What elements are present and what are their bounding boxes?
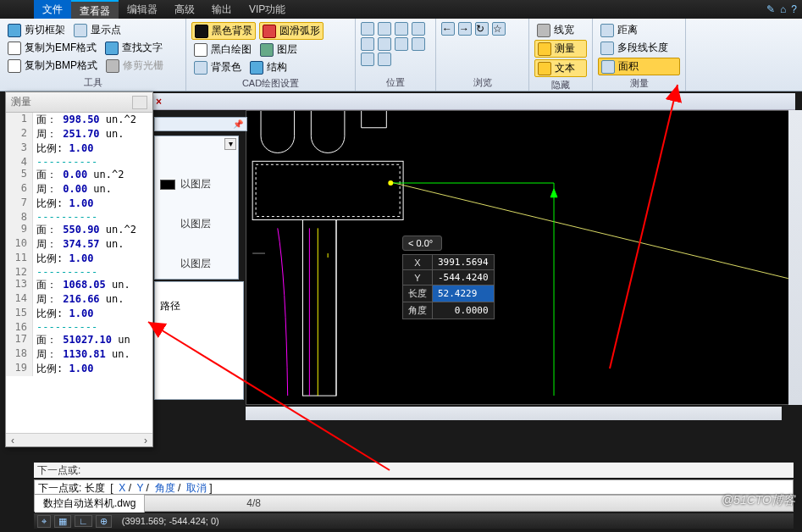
- label: 背景色: [211, 60, 241, 75]
- label: 黑白绘图: [211, 42, 252, 57]
- scroll-left-icon[interactable]: ‹: [6, 435, 19, 446]
- menu-file[interactable]: 文件: [34, 0, 71, 19]
- panel-close-button[interactable]: [132, 96, 147, 109]
- menu-tab-advanced[interactable]: 高级: [166, 0, 203, 19]
- home-icon[interactable]: ⌂: [780, 3, 786, 15]
- pos-icon-7[interactable]: [395, 37, 408, 51]
- area-button[interactable]: 面积: [598, 58, 680, 75]
- pos-icon-2[interactable]: [378, 22, 391, 36]
- layers-button[interactable]: 图层: [257, 42, 300, 58]
- group-label-browse: 浏览: [441, 75, 523, 89]
- coord-value[interactable]: 0.0000: [433, 302, 495, 319]
- doc-tab[interactable]: 数控自动送料机.dwg: [35, 495, 145, 513]
- label: 结构: [267, 60, 287, 75]
- label: 测量: [555, 42, 575, 56]
- nav-reload-icon[interactable]: ↻: [475, 22, 489, 36]
- pos-icon-9[interactable]: [361, 53, 374, 66]
- crop-frame-button[interactable]: 剪切框架: [5, 22, 68, 38]
- show-points-button[interactable]: 显示点: [71, 22, 124, 38]
- snap-icon[interactable]: ⌖: [37, 515, 51, 528]
- cmd-link-x[interactable]: X: [119, 482, 125, 494]
- layer-row-label: 以图层: [180, 177, 211, 191]
- style-icon[interactable]: ✎: [766, 3, 775, 15]
- drawing-canvas[interactable]: [246, 110, 795, 405]
- label: 复制为EMF格式: [25, 41, 97, 55]
- coord-value[interactable]: 3991.5694: [433, 255, 495, 270]
- find-text-button[interactable]: 查找文字: [102, 40, 165, 56]
- pos-icon-10[interactable]: [378, 53, 391, 66]
- pos-icon-6[interactable]: [378, 37, 391, 51]
- text-toggle-button[interactable]: 文本: [534, 59, 587, 77]
- status-bar: ⌖ ▦ ∟ ⊕ (3991.569; -544.424; 0): [34, 513, 794, 529]
- help-icon[interactable]: ?: [791, 3, 797, 15]
- pos-icon-4[interactable]: [412, 22, 425, 36]
- canvas-hscroll[interactable]: [246, 407, 782, 420]
- label: 复制为BMP格式: [25, 58, 97, 73]
- menu-tab-editor[interactable]: 编辑器: [119, 0, 166, 19]
- group-label-hide: 隐藏: [534, 77, 587, 91]
- nav-right-icon[interactable]: →: [458, 22, 472, 36]
- pos-icon-8[interactable]: [412, 37, 425, 51]
- menu-tab-viewer[interactable]: 查看器: [71, 0, 119, 19]
- pos-icon-1[interactable]: [361, 22, 374, 36]
- group-label-cad: CAD绘图设置: [191, 75, 350, 90]
- coord-value[interactable]: 52.4229: [433, 285, 495, 302]
- copy-emf-button[interactable]: 复制为EMF格式: [5, 40, 99, 56]
- nav-new-icon[interactable]: ☆: [492, 22, 506, 36]
- cmd-link-cancel[interactable]: 取消: [186, 482, 207, 494]
- panel-hscroll[interactable]: ‹ ›: [6, 433, 152, 446]
- label: 修剪光栅: [123, 58, 163, 73]
- distance-button[interactable]: 距离: [598, 22, 680, 38]
- pos-icon-5[interactable]: [361, 37, 374, 51]
- pos-icon-3[interactable]: [395, 22, 408, 36]
- watermark: @51CTO博客: [722, 493, 795, 508]
- panel-body[interactable]: 1面： 998.50 un.^22周： 251.70 un.3比例: 1.004…: [6, 113, 152, 433]
- command-history: 下一点或:: [34, 463, 794, 478]
- label: 黑色背景: [212, 24, 252, 38]
- lineweight-button[interactable]: 线宽: [534, 22, 587, 38]
- measure-toggle-button[interactable]: 测量: [534, 40, 587, 58]
- layer-row-label: 以图层: [180, 257, 211, 271]
- coord-value[interactable]: -544.4240: [433, 270, 495, 285]
- close-doc-icon[interactable]: ×: [156, 96, 162, 108]
- cmd-link-y[interactable]: Y: [136, 482, 143, 494]
- pin-icon[interactable]: 📌: [233, 119, 243, 129]
- label: 文本: [555, 61, 575, 75]
- bg-color-button[interactable]: 背景色: [191, 59, 244, 75]
- layer-row-label: 以图层: [180, 217, 211, 231]
- label: 距离: [617, 23, 638, 37]
- label: 面积: [618, 59, 639, 74]
- properties-panel: ▾ 以图层 以图层 以图层: [154, 136, 239, 280]
- nav-left-icon[interactable]: ←: [441, 22, 455, 36]
- label: 多段线长度: [617, 41, 668, 55]
- coord-label: 长度: [403, 285, 433, 302]
- trim-raster-button[interactable]: 修剪光栅: [103, 58, 166, 74]
- menu-tab-output[interactable]: 输出: [203, 0, 241, 19]
- angle-lock[interactable]: < 0.0°: [402, 236, 442, 251]
- black-bg-button[interactable]: 黑色背景: [191, 22, 256, 40]
- measurement-panel: 测量 1面： 998.50 un.^22周： 251.70 un.3比例: 1.…: [5, 91, 153, 447]
- scroll-right-icon[interactable]: ›: [139, 435, 152, 446]
- svg-rect-4: [302, 220, 336, 396]
- menu-tab-vip[interactable]: VIP功能: [241, 0, 294, 19]
- ribbon: 剪切框架 显示点 复制为EMF格式 查找文字 复制为BMP格式 修剪光栅 工具 …: [0, 19, 802, 91]
- doc-toolstrip: ×: [152, 93, 795, 110]
- color-swatch-1[interactable]: [160, 180, 175, 190]
- cmd-link-angle[interactable]: 角度: [155, 482, 175, 494]
- status-coords: (3991.569; -544.424; 0): [122, 516, 219, 526]
- page-indicator: 4/8: [246, 497, 261, 509]
- group-label-pos: 位置: [361, 75, 430, 89]
- label: 图层: [277, 42, 297, 57]
- structure-button[interactable]: 结构: [247, 59, 290, 75]
- canvas-vscroll[interactable]: [788, 110, 802, 405]
- grid-icon[interactable]: ▦: [54, 515, 71, 528]
- polar-icon[interactable]: ⊕: [96, 515, 112, 528]
- side-tab-1[interactable]: 📌: [154, 117, 247, 131]
- polyline-length-button[interactable]: 多段线长度: [598, 40, 680, 56]
- ortho-icon[interactable]: ∟: [75, 515, 92, 527]
- smooth-arc-button[interactable]: 圆滑弧形: [259, 22, 324, 40]
- bw-draw-button[interactable]: 黑白绘图: [191, 42, 254, 58]
- command-input[interactable]: 下一点或: 长度 [ X / Y / 角度 / 取消 ]: [34, 479, 794, 495]
- label: 显示点: [91, 23, 121, 37]
- copy-bmp-button[interactable]: 复制为BMP格式: [5, 58, 100, 74]
